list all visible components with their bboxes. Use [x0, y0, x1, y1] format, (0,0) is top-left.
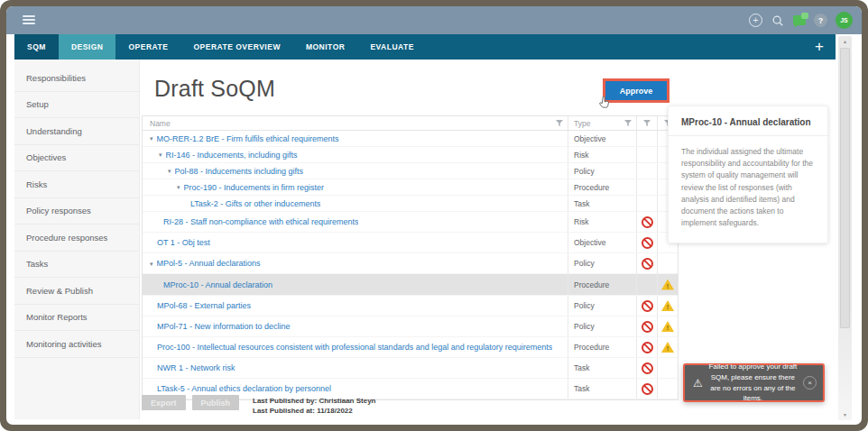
tab-sqm[interactable]: SQM [14, 34, 59, 60]
export-button[interactable]: Export [142, 395, 186, 410]
tab-operate-overview[interactable]: OPERATE OVERVIEW [180, 34, 292, 60]
warning-triangle-icon [661, 321, 674, 332]
collapse-caret-icon[interactable]: ▾ [168, 168, 171, 174]
sidebar-item-responsibilities[interactable]: Responsibilities [14, 65, 139, 92]
sidebar-item-risks[interactable]: Risks [14, 171, 139, 198]
item-link[interactable]: Pol-88 - Inducements including gifts [175, 167, 304, 176]
table-row[interactable]: ▾ Proc-100 - Intellectual resources cons… [143, 337, 678, 358]
type-cell: Policy [568, 253, 636, 273]
table-row[interactable]: ▾ RI-146 - Inducements, including gifts … [143, 147, 678, 163]
hamburger-menu-icon[interactable] [23, 15, 35, 26]
type-cell: Objective [568, 131, 636, 146]
scrollbar-thumb[interactable] [840, 48, 850, 328]
chat-icon[interactable] [793, 15, 806, 25]
search-icon[interactable] [771, 14, 785, 28]
error-ban-icon [642, 362, 653, 374]
help-icon[interactable]: ? [814, 14, 827, 27]
scroll-up-icon[interactable]: ▲ [838, 39, 852, 44]
collapse-caret-icon[interactable]: ▾ [150, 135, 153, 142]
user-avatar[interactable]: JS [836, 12, 853, 29]
vertical-scrollbar[interactable]: ▲ ▼ [838, 36, 852, 420]
published-at: Last Published at: 11/18/2022 [253, 406, 375, 416]
add-tab-icon[interactable]: + [803, 34, 836, 60]
item-link[interactable]: RI-28 - Staff non-compliance with ethica… [163, 217, 358, 226]
sidebar-item-understanding[interactable]: Understanding [14, 118, 139, 145]
app-window: + ? JS SQMDESIGNOPERATEOPERATE OVERVIEWM… [6, 6, 862, 425]
published-by: Last Published by: Christiaan Steyn [253, 396, 375, 406]
type-cell: Procedure [568, 179, 636, 195]
nav-tabs: SQMDESIGNOPERATEOPERATE OVERVIEWMONITORE… [14, 34, 427, 60]
window-frame: + ? JS SQMDESIGNOPERATEOPERATE OVERVIEWM… [0, 0, 868, 431]
toast-close-button[interactable]: × [803, 376, 817, 390]
item-link[interactable]: LTask-2 - Gifts or other inducements [190, 199, 320, 208]
tab-operate[interactable]: OPERATE [115, 34, 180, 60]
item-link[interactable]: MPol-5 - Annual declarations [157, 259, 261, 268]
sidebar-item-setup[interactable]: Setup [14, 92, 139, 119]
table-row[interactable]: ▾ NWR 1 - Network risk Task [143, 358, 678, 379]
sidebar-item-review-publish[interactable]: Review & Publish [14, 278, 139, 305]
collapse-caret-icon[interactable]: ▾ [177, 184, 180, 190]
detail-panel-body: The individual assigned the ultimate res… [669, 136, 827, 243]
table-row[interactable]: ▾ LTask-2 - Gifts or other inducements T… [143, 196, 678, 212]
sidebar-item-policy-responses[interactable]: Policy responses [14, 198, 139, 225]
approve-button[interactable]: Approve [603, 78, 669, 103]
collapse-caret-icon[interactable]: ▾ [159, 151, 162, 158]
item-link[interactable]: MPol-68 - External parties [157, 301, 251, 310]
warning-icon: ⚠ [693, 377, 703, 390]
item-link[interactable]: Proc-190 - Inducements in firm register [184, 183, 325, 192]
name-column-header: Name [143, 119, 568, 128]
nav-bar: SQMDESIGNOPERATEOPERATE OVERVIEWMONITORE… [14, 34, 836, 60]
sidebar-item-procedure-responses[interactable]: Procedure responses [14, 225, 139, 252]
table-row[interactable]: ▾ MProc-10 - Annual declaration Procedur… [143, 274, 678, 296]
item-link[interactable]: MPol-71 - New information to decline [157, 322, 291, 331]
tab-design[interactable]: DESIGN [59, 34, 116, 60]
warning-triangle-icon [661, 280, 674, 290]
item-link[interactable]: NWR 1 - Network risk [157, 363, 235, 372]
type-cell: Policy [568, 296, 636, 316]
page-title: Draft SoQM [154, 76, 275, 102]
scroll-down-icon[interactable]: ▼ [838, 412, 852, 417]
table-row[interactable]: ▾ Proc-190 - Inducements in firm registe… [143, 179, 678, 196]
detail-panel: MProc-10 - Annual declaration The indivi… [668, 105, 828, 243]
table-body: ▾ MO-RER-1.2 BrE - Firm fulfils ethical … [143, 131, 678, 399]
table-row[interactable]: ▾ Pol-88 - Inducements including gifts P… [143, 163, 678, 179]
type-column-header: Type [568, 116, 636, 130]
add-icon[interactable]: + [749, 14, 762, 27]
detail-panel-title: MProc-10 - Annual declaration [669, 106, 827, 136]
table-footer: Export Publish Last Published by: Christ… [142, 395, 376, 416]
filter-icon[interactable] [624, 120, 632, 127]
topbar-icons: + ? JS [749, 6, 853, 34]
type-cell: Task [568, 379, 636, 399]
error-ban-icon [642, 216, 653, 228]
item-link[interactable]: LTask-5 - Annual ethics declaration by p… [157, 384, 331, 393]
toast-message: Failed to approve your draft SQM, please… [707, 362, 799, 403]
sidebar-item-tasks[interactable]: Tasks [14, 252, 139, 279]
table-row[interactable]: ▾ MPol-71 - New information to decline P… [143, 316, 678, 337]
table-row[interactable]: ▾ MPol-5 - Annual declarations Policy [143, 253, 678, 274]
item-link[interactable]: OT 1 - Obj test [157, 238, 210, 247]
type-header-label: Type [574, 119, 590, 128]
tab-evaluate[interactable]: EVALUATE [357, 34, 427, 60]
table-row[interactable]: ▾ OT 1 - Obj test Objective [143, 233, 678, 253]
sidebar-item-objectives[interactable]: Objectives [14, 145, 139, 172]
name-header-label: Name [150, 119, 171, 128]
error-ban-icon [642, 342, 653, 353]
item-link[interactable]: Proc-100 - Intellectual resources consis… [157, 343, 552, 352]
tab-monitor[interactable]: MONITOR [293, 34, 357, 60]
table-row[interactable]: ▾ MO-RER-1.2 BrE - Firm fulfils ethical … [143, 131, 678, 147]
item-link[interactable]: MProc-10 - Annual declaration [163, 280, 272, 289]
table-row[interactable]: ▾ RI-28 - Staff non-compliance with ethi… [143, 212, 678, 233]
error-ban-icon [642, 321, 653, 333]
item-link[interactable]: MO-RER-1.2 BrE - Firm fulfils ethical re… [157, 134, 339, 143]
filter-icon[interactable] [643, 120, 651, 127]
error-ban-icon [642, 237, 653, 249]
error-column-header [636, 116, 657, 130]
filter-icon[interactable] [556, 120, 563, 127]
item-link[interactable]: RI-146 - Inducements, including gifts [166, 151, 298, 160]
collapse-caret-icon[interactable]: ▾ [150, 261, 153, 267]
sidebar-item-monitor-reports[interactable]: Monitor Reports [14, 305, 139, 332]
table-row[interactable]: ▾ MPol-68 - External parties Policy [143, 296, 678, 316]
publish-button[interactable]: Publish [192, 395, 240, 410]
sidebar-item-monitoring-activities[interactable]: Monitoring activities [14, 331, 139, 358]
type-cell: Risk [568, 212, 636, 232]
